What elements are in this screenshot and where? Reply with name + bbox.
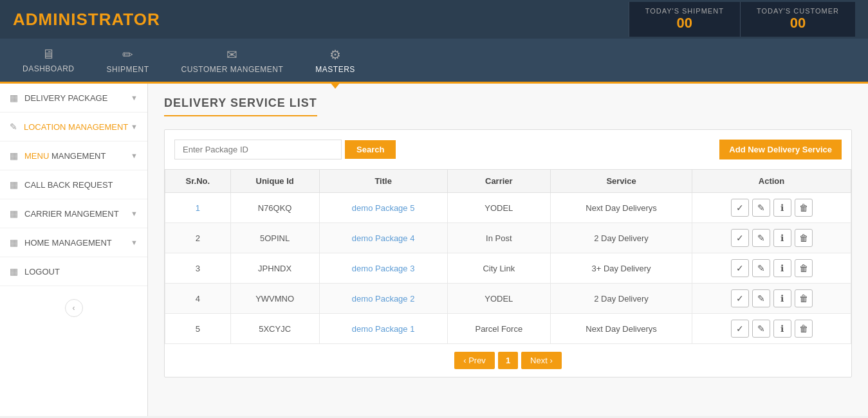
chevron-icon-menu: ▼: [131, 152, 138, 159]
nav-shipment-label: SHIPMENT: [107, 65, 149, 74]
check-button[interactable]: ✓: [731, 229, 749, 247]
sidebar-callback-label: CALL BACK REQUEST: [24, 180, 113, 190]
nav-customer[interactable]: ✉ CUSTOMER MANGEMENT: [165, 41, 300, 80]
cell-service: 2 Day Delivery: [550, 284, 692, 314]
col-srno: Sr.No.: [165, 170, 231, 193]
cell-carrier: City Link: [447, 253, 550, 284]
info-button[interactable]: ℹ: [773, 259, 791, 277]
search-input[interactable]: [174, 140, 342, 159]
delete-button[interactable]: 🗑: [795, 289, 813, 307]
cell-action: ✓ ✎ ℹ 🗑: [692, 314, 851, 344]
title-link[interactable]: demo Package 3: [352, 264, 415, 273]
check-button[interactable]: ✓: [731, 289, 749, 307]
info-button[interactable]: ℹ: [773, 320, 791, 338]
cell-title[interactable]: demo Package 1: [319, 314, 447, 344]
info-button[interactable]: ℹ: [773, 229, 791, 247]
action-buttons: ✓ ✎ ℹ 🗑: [700, 320, 843, 338]
sidebar-item-carrier-management[interactable]: ▦ CARRIER MANGEMENT ▼: [0, 199, 147, 228]
cell-carrier: Parcel Force: [447, 314, 550, 344]
check-button[interactable]: ✓: [731, 320, 749, 338]
scroll-left-button[interactable]: ‹: [65, 299, 83, 317]
menu-grid-icon: ▦: [10, 150, 18, 161]
title-link[interactable]: demo Package 2: [352, 294, 415, 304]
cell-srno: 3: [165, 253, 231, 284]
sidebar-item-delivery-package[interactable]: ▦ DELIVERY PACKAGE ▼: [0, 84, 147, 113]
delete-button[interactable]: 🗑: [795, 320, 813, 338]
prev-button[interactable]: ‹ Prev: [454, 352, 495, 369]
header-stats: TODAY'S SHIPMENT 00 TODAY'S CUSTOMER 00: [629, 2, 855, 37]
cell-unique-id: 5OPINL: [230, 223, 319, 253]
table-row: 3 JPHNDX demo Package 3 City Link 3+ Day…: [165, 253, 851, 284]
chevron-icon-delivery: ▼: [131, 94, 138, 102]
delete-button[interactable]: 🗑: [795, 229, 813, 247]
sidebar-item-call-back-request[interactable]: ▦ CALL BACK REQUEST: [0, 170, 147, 199]
nav-masters[interactable]: ⚙ MASTERS: [299, 41, 371, 80]
cell-service: Next Day Deliverys: [550, 193, 692, 223]
cell-action: ✓ ✎ ℹ 🗑: [692, 253, 851, 284]
sidebar-home-label: HOME MANAGEMENT: [24, 238, 112, 248]
table-row: 2 5OPINL demo Package 4 In Post 2 Day De…: [165, 223, 851, 253]
srno-link: 3: [196, 264, 200, 273]
info-button[interactable]: ℹ: [773, 289, 791, 307]
action-buttons: ✓ ✎ ℹ 🗑: [700, 259, 843, 277]
check-button[interactable]: ✓: [731, 199, 749, 217]
shipment-stat: TODAY'S SHIPMENT 00: [629, 2, 740, 37]
delete-button[interactable]: 🗑: [795, 259, 813, 277]
cell-srno[interactable]: 1: [165, 193, 231, 223]
cell-title[interactable]: demo Package 2: [319, 284, 447, 314]
info-button[interactable]: ℹ: [773, 199, 791, 217]
cell-title[interactable]: demo Package 5: [319, 193, 447, 223]
cell-carrier: In Post: [447, 223, 550, 253]
page-1-button[interactable]: 1: [498, 352, 518, 369]
top-header: ADMINISTRATOR TODAY'S SHIPMENT 00 TODAY'…: [0, 0, 868, 39]
title-link[interactable]: demo Package 4: [352, 233, 415, 243]
admin-title: ADMINISTRATOR: [13, 10, 629, 30]
cell-action: ✓ ✎ ℹ 🗑: [692, 193, 851, 223]
col-action: Action: [692, 170, 851, 193]
check-button[interactable]: ✓: [731, 259, 749, 277]
nav-customer-label: CUSTOMER MANGEMENT: [181, 65, 284, 74]
sidebar-carrier-label: CARRIER MANGEMENT: [24, 209, 119, 219]
next-button[interactable]: Next ›: [521, 352, 562, 369]
delete-button[interactable]: 🗑: [795, 199, 813, 217]
sidebar-item-location-management[interactable]: ✎ LOCATION MANAGEMENT ▼: [0, 113, 147, 141]
search-button[interactable]: Search: [345, 140, 396, 159]
cell-service: Next Day Deliverys: [550, 314, 692, 344]
srno-link[interactable]: 1: [196, 203, 200, 213]
edit-button[interactable]: ✎: [752, 320, 770, 338]
chevron-icon-carrier: ▼: [131, 210, 138, 217]
cell-srno: 2: [165, 223, 231, 253]
cell-action: ✓ ✎ ℹ 🗑: [692, 284, 851, 314]
title-link[interactable]: demo Package 1: [352, 324, 415, 334]
table-header-row: Sr.No. Unique Id Title Carrier Service A…: [165, 170, 851, 193]
table-card: Search Add New Delivery Service Sr.No. U…: [164, 129, 852, 377]
cell-title[interactable]: demo Package 3: [319, 253, 447, 284]
add-delivery-service-button[interactable]: Add New Delivery Service: [719, 140, 842, 159]
table-row: 4 YWVMNO demo Package 2 YODEL 2 Day Deli…: [165, 284, 851, 314]
sidebar-item-home-management[interactable]: ▦ HOME MANAGEMENT ▼: [0, 228, 147, 257]
sidebar-item-menu-management[interactable]: ▦ MENU MANGEMENT ▼: [0, 141, 147, 170]
main-layout: ▦ DELIVERY PACKAGE ▼ ✎ LOCATION MANAGEME…: [0, 84, 868, 416]
edit-button[interactable]: ✎: [752, 289, 770, 307]
search-left: Search: [174, 140, 396, 159]
col-unique-id: Unique Id: [230, 170, 319, 193]
title-link[interactable]: demo Package 5: [352, 203, 415, 213]
edit-button[interactable]: ✎: [752, 259, 770, 277]
edit-button[interactable]: ✎: [752, 229, 770, 247]
pencil-icon: ✎: [10, 122, 17, 132]
cell-unique-id: N76QKQ: [230, 193, 319, 223]
chevron-icon-location: ▼: [131, 123, 138, 131]
masters-icon: ⚙: [329, 47, 342, 62]
srno-link: 4: [196, 294, 200, 304]
edit-button[interactable]: ✎: [752, 199, 770, 217]
nav-dashboard[interactable]: 🖥 DASHBOARD: [6, 41, 91, 80]
shipment-label: TODAY'S SHIPMENT: [645, 7, 724, 15]
nav-dashboard-label: DASHBOARD: [23, 64, 75, 73]
sidebar-menu-label: MENU MANGEMENT: [24, 151, 106, 161]
cell-carrier: YODEL: [447, 193, 550, 223]
cell-title[interactable]: demo Package 4: [319, 223, 447, 253]
sidebar-item-logout[interactable]: ▦ LOGOUT: [0, 257, 147, 286]
cell-service: 3+ Day Delivery: [550, 253, 692, 284]
chevron-icon-home: ▼: [131, 239, 138, 246]
nav-shipment[interactable]: ✏ SHIPMENT: [91, 41, 165, 80]
